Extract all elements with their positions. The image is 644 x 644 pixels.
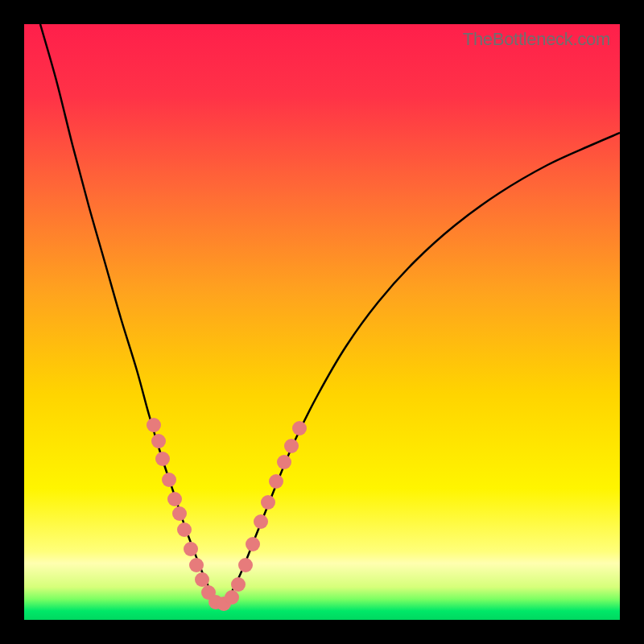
- marker-dot: [246, 537, 260, 551]
- marker-dot: [184, 542, 198, 556]
- marker-dot: [225, 590, 239, 605]
- marker-dot: [269, 474, 283, 489]
- marker-dot: [147, 418, 161, 432]
- chart-svg: [24, 24, 620, 620]
- marker-dot: [231, 577, 246, 592]
- marker-dot: [155, 452, 170, 466]
- marker-dot: [261, 495, 275, 510]
- marker-dot: [195, 572, 209, 587]
- marker-dot: [284, 439, 299, 453]
- plot-area: TheBottleneck.com: [24, 24, 620, 620]
- marker-dot: [162, 473, 176, 487]
- marker-dot: [238, 558, 253, 572]
- marker-dot: [151, 434, 166, 448]
- marker-dot: [177, 522, 192, 537]
- marker-dot: [172, 506, 187, 521]
- outer-frame: TheBottleneck.com: [0, 0, 644, 644]
- bottleneck-curve: [40, 24, 620, 604]
- marker-dot: [167, 492, 182, 506]
- marker-dot: [292, 421, 307, 436]
- curve-markers: [147, 418, 307, 611]
- marker-dot: [254, 514, 268, 529]
- marker-dot: [277, 455, 291, 469]
- marker-dot: [189, 558, 204, 572]
